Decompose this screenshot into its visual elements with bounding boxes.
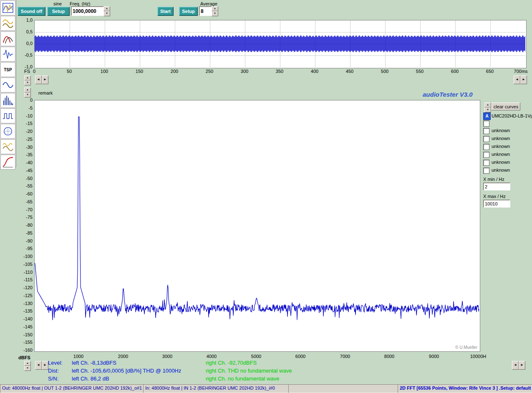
sidebar-sine-button[interactable]: [0, 78, 15, 93]
spin-up-button[interactable]: ▲: [103, 6, 110, 11]
spin-down-button[interactable]: ▼: [103, 11, 110, 16]
statusbar-out-panel: Out: 48000Hz float | OUT 1-2 (BEHRINGER …: [0, 384, 147, 393]
tick-label: -30: [26, 145, 33, 150]
comb-filter-icon: [2, 95, 14, 106]
clear-curves-button[interactable]: clear curves: [492, 103, 520, 110]
spin-down-button[interactable]: ▼: [24, 80, 31, 85]
tick-label: 2000: [118, 354, 128, 359]
scroll-left-button[interactable]: ◄: [514, 75, 520, 84]
impulse-icon: [2, 48, 14, 60]
tick-label: -115: [24, 277, 33, 282]
sidebar-red-curves-button[interactable]: [0, 31, 15, 46]
tick-label: -150: [23, 332, 33, 337]
spin-down-button[interactable]: ▼: [24, 93, 31, 98]
tick-label: 0: [30, 98, 33, 103]
spin-up-button[interactable]: ▲: [24, 88, 31, 93]
tick-label: 10000H: [470, 354, 487, 359]
average-label: Average: [200, 1, 217, 6]
fft-scroll-right-controls: ◄ ►: [512, 361, 525, 370]
scope-plot: [34, 20, 527, 68]
scroll-left-button[interactable]: ◄: [35, 361, 42, 370]
curve-checkbox[interactable]: [483, 144, 489, 150]
fft-y-unit-label: dBFS: [18, 355, 30, 360]
freq-input[interactable]: [71, 6, 106, 16]
fft-y-axis: 0-5-10-15-20-25-30-35-40-45-50-55-60-65-…: [16, 100, 33, 351]
tick-label: 200: [171, 69, 178, 74]
spectrum-window-icon: [2, 2, 14, 14]
sidebar-yellow-waves-button[interactable]: [0, 16, 15, 31]
tsp-label: TSP: [4, 68, 12, 72]
fft-offset-spinner: ▲ ▼: [24, 361, 31, 371]
scroll-left-button[interactable]: ◄: [512, 361, 519, 370]
scope-waveform-trace: [35, 20, 525, 67]
curve-slot-b-checkbox[interactable]: [483, 120, 489, 127]
tick-label: 1,0: [26, 18, 33, 23]
sound-off-button[interactable]: Sound off: [18, 7, 45, 16]
sidebar-xy-scope-button[interactable]: [0, 124, 15, 139]
scroll-right-button[interactable]: ►: [42, 75, 48, 84]
sidebar-impulse-button[interactable]: [0, 47, 15, 62]
tick-label: -160: [23, 348, 33, 353]
tick-label: 1000: [73, 354, 83, 359]
tick-label: 250: [206, 69, 213, 74]
start-button[interactable]: Start: [157, 7, 174, 16]
tick-label: -50: [26, 176, 33, 181]
tick-label: -90: [26, 238, 33, 243]
fft-spectrum-trace: [35, 100, 479, 350]
sidebar-square-wave-button[interactable]: [0, 108, 15, 123]
tick-label: 0: [33, 69, 35, 74]
tick-label: 650: [486, 69, 494, 74]
spin-up-button[interactable]: ▲: [24, 361, 31, 366]
tick-label: -55: [26, 183, 33, 188]
tick-label: 0,0: [26, 41, 33, 46]
sidebar-spectrum-window-button[interactable]: [0, 0, 15, 15]
curve-checkbox[interactable]: [483, 168, 489, 174]
tick-label: -60: [26, 191, 33, 196]
spin-up-button[interactable]: ▲: [24, 75, 31, 80]
spin-down-button[interactable]: ▼: [212, 11, 218, 16]
curve-name-label: unknown: [492, 144, 510, 149]
scope-offset-spinner: ▲ ▼: [24, 75, 31, 85]
tick-label: -15: [26, 121, 33, 126]
tick-label: -110: [24, 270, 33, 275]
curve-checkbox[interactable]: [483, 136, 489, 142]
xmax-input[interactable]: [483, 200, 510, 208]
fft-x-axis: 1000200030004000500060007000800090001000…: [34, 354, 479, 359]
scroll-left-button[interactable]: ◄: [35, 75, 42, 84]
spin-up-button[interactable]: ▲: [212, 6, 218, 11]
dist-right-value: right Ch. THD no fundamental wave: [206, 368, 292, 374]
spin-down-button[interactable]: ▼: [24, 366, 31, 371]
scope-scroll-right-controls: ◄ ►: [514, 75, 527, 84]
sine-icon: [2, 79, 14, 91]
generator-setup-button[interactable]: Setup: [47, 7, 70, 16]
scroll-right-button[interactable]: ►: [519, 361, 525, 370]
curve-name-label: unknown: [492, 168, 510, 173]
curve-a-name-label: UMC202HD-LB-1Vp: [492, 113, 532, 118]
tick-label: 500: [381, 69, 388, 74]
freq-spinner: ▲ ▼: [103, 6, 110, 16]
tick-label: -125: [23, 293, 33, 298]
dist-row-label: Dist:: [48, 368, 59, 374]
curve-checkbox[interactable]: [483, 160, 489, 166]
curve-checkbox[interactable]: [483, 152, 489, 158]
curve-slot-a-button[interactable]: A: [483, 113, 491, 120]
xmin-input[interactable]: [483, 183, 510, 190]
spin-down-button[interactable]: ▼: [484, 108, 491, 113]
analyzer-setup-button[interactable]: Setup: [179, 7, 198, 16]
copyright-label: © U.Mueller: [455, 345, 477, 350]
sidebar-dual-tone-button[interactable]: [0, 139, 15, 154]
spin-up-button[interactable]: ▲: [484, 103, 491, 108]
tick-label: -85: [26, 230, 33, 235]
scroll-right-button[interactable]: ►: [520, 75, 527, 84]
scroll-right-button[interactable]: ►: [42, 361, 48, 370]
average-spinner: ▲ ▼: [212, 6, 218, 16]
square-wave-icon: [2, 110, 14, 122]
sidebar-tsp-button[interactable]: TSP: [0, 62, 15, 77]
tick-label: 400: [311, 69, 318, 74]
statusbar-fft-panel: 2D FFT [65536 Points, Window: Rife Vince…: [398, 384, 532, 393]
curve-checkbox[interactable]: [483, 128, 489, 134]
tick-label: -140: [23, 316, 33, 321]
sidebar-comb-filter-button[interactable]: [0, 93, 15, 108]
remark-label[interactable]: remark: [38, 90, 53, 95]
sidebar-sweep-curve-button[interactable]: [0, 155, 15, 170]
